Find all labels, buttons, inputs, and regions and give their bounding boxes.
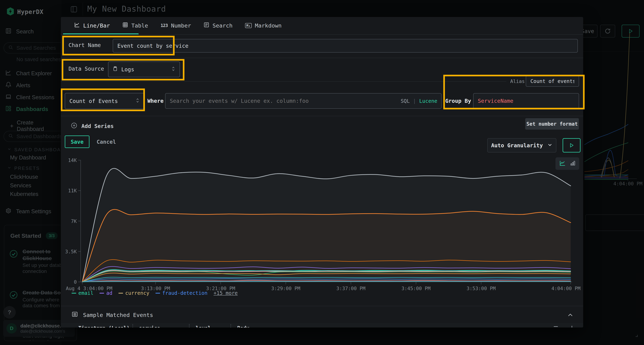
alias-input[interactable] [526, 76, 579, 87]
svg-text:11K: 11K [68, 188, 77, 193]
data-source-value: Logs [121, 66, 134, 73]
column-resizer[interactable] [189, 324, 190, 328]
tab-line-bar[interactable]: Line/Bar [74, 22, 110, 29]
chevron-up-icon[interactable] [567, 312, 574, 319]
tab-search[interactable]: Search [204, 22, 232, 29]
svg-text:4:04:00 PM: 4:04:00 PM [551, 286, 580, 291]
granularity-select[interactable]: Auto Granularity [487, 138, 556, 152]
data-source-select[interactable]: Logs [108, 61, 180, 77]
data-source-label: Data Source [68, 66, 104, 72]
run-query-button[interactable] [562, 138, 580, 152]
group-by-input[interactable] [473, 93, 579, 109]
legend-color-dash [72, 293, 76, 294]
chart-name-input[interactable] [113, 39, 578, 52]
list-icon [72, 311, 78, 319]
svg-text:7K: 7K [71, 218, 77, 224]
chevron-up-down-icon [172, 66, 175, 73]
chart-name-label: Chart Name [68, 42, 101, 48]
chart-display-toggle [556, 157, 579, 170]
legend-color-dash [118, 293, 123, 294]
tab-label: Number [171, 22, 191, 29]
tab-label: Table [131, 22, 148, 29]
events-table-header: Timestamp (Local) service level Body [61, 323, 583, 328]
chevron-down-icon [548, 142, 552, 149]
separator: | [413, 98, 416, 104]
column-header-timestamp[interactable]: Timestamp (Local) [78, 325, 130, 328]
chart-editor-modal: Line/Bar Table 123 Number Search M↓ Mark… [61, 17, 583, 328]
legend-item[interactable]: currency [118, 290, 149, 296]
line-chart-icon [74, 22, 80, 29]
legend-color-dash [100, 293, 104, 294]
sql-toggle[interactable]: SQL [401, 98, 410, 104]
legend-item[interactable]: email [72, 290, 94, 296]
chart-legend: emailadcurrencyfraud-detection+15 more [72, 290, 238, 296]
add-series-button[interactable]: Add Series [71, 122, 114, 130]
tab-table[interactable]: Table [122, 22, 148, 29]
legend-item[interactable]: fraud-detection [156, 290, 208, 296]
chart-type-tabs: Line/Bar Table 123 Number Search M↓ Mark… [74, 22, 282, 29]
legend-item[interactable]: ad [100, 290, 112, 296]
svg-text:3:29:00 PM: 3:29:00 PM [271, 286, 300, 291]
column-header-level[interactable]: level [196, 325, 211, 328]
where-label: Where [148, 98, 164, 104]
tab-number[interactable]: 123 Number [161, 22, 191, 29]
legend-more-link[interactable]: +15 more [214, 290, 238, 296]
aggregation-value: Count of Events [70, 98, 118, 104]
line-chart-icon[interactable] [559, 160, 566, 167]
number-123-icon: 123 [161, 23, 168, 28]
column-resizer[interactable] [132, 324, 133, 328]
app-root: HyperDX Search Saved Searches No saved s… [0, 0, 644, 345]
column-resizer[interactable] [230, 324, 231, 328]
tab-label: Line/Bar [83, 22, 110, 29]
legend-color-dash [156, 293, 160, 294]
tab-label: Search [212, 22, 232, 29]
set-number-format-button[interactable]: Set number format [525, 118, 579, 130]
svg-text:3.5K: 3.5K [65, 249, 77, 254]
cancel-button[interactable]: Cancel [96, 135, 116, 148]
query-language-toggle: SQL | Lucene [401, 98, 438, 104]
legend-label: fraud-detection [162, 290, 208, 296]
chevron-up-down-icon [136, 98, 140, 104]
document-lines-icon [204, 22, 209, 29]
database-icon [113, 66, 118, 73]
where-input[interactable] [165, 93, 442, 109]
sample-events-title: Sample Matched Events [83, 312, 153, 318]
granularity-value: Auto Granularity [491, 142, 543, 149]
alias-label: Alias [510, 78, 525, 84]
wrap-lines-icon[interactable] [553, 325, 559, 328]
download-icon[interactable] [569, 325, 575, 328]
svg-text:14K: 14K [68, 157, 77, 163]
svg-text:3:53:00 PM: 3:53:00 PM [466, 286, 496, 291]
column-header-service[interactable]: service [139, 325, 160, 328]
markdown-icon: M↓ [245, 23, 252, 28]
add-series-label: Add Series [82, 123, 114, 129]
svg-text:0: 0 [74, 279, 77, 285]
svg-text:3:45:00 PM: 3:45:00 PM [402, 286, 430, 291]
svg-text:3:37:00 PM: 3:37:00 PM [336, 286, 366, 291]
lucene-toggle[interactable]: Lucene [419, 98, 437, 104]
legend-label: currency [125, 290, 149, 296]
main-chart: 03.5K7K11K14KAug 4 3:04:00 PM3:13:00 PM3… [61, 156, 583, 292]
plus-circle-icon [71, 122, 78, 130]
table-icon [122, 22, 128, 29]
tab-label: Markdown [255, 22, 282, 29]
legend-label: email [78, 290, 94, 296]
legend-label: ad [106, 290, 112, 296]
tab-markdown[interactable]: M↓ Markdown [245, 22, 282, 29]
group-by-label: Group By [445, 98, 471, 104]
column-header-body[interactable]: Body [237, 325, 249, 328]
save-button[interactable]: Save [65, 135, 90, 148]
sample-matched-events-header[interactable]: Sample Matched Events [72, 311, 153, 319]
bar-chart-icon[interactable] [570, 160, 576, 167]
aggregation-select[interactable]: Count of Events [65, 93, 144, 109]
